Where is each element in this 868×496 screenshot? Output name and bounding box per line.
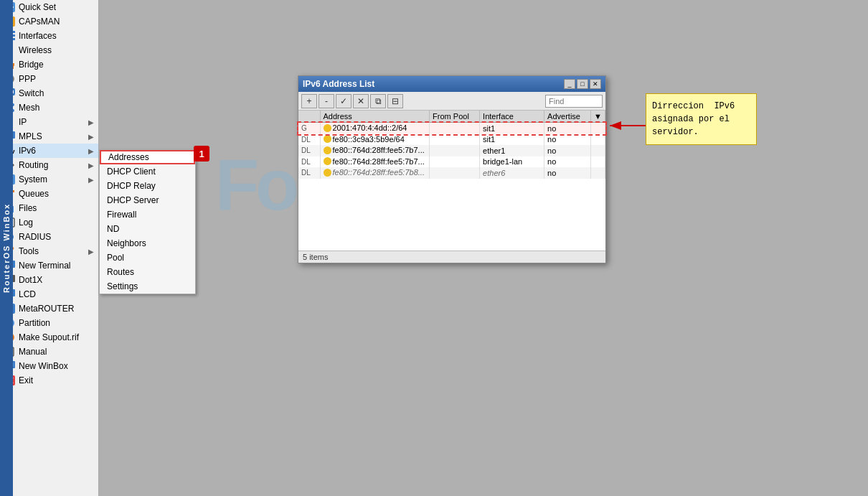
submenu-item-addresses[interactable]: Addresses bbox=[100, 150, 195, 164]
submenu-item-dhcp-server[interactable]: DHCP Server bbox=[100, 193, 195, 207]
sidebar-item-ipv6[interactable]: IPv6 IPv6 ▶ bbox=[0, 144, 98, 158]
cell-address: fe80::764d:28ff:fee5:7b7... bbox=[320, 145, 430, 156]
table-row[interactable]: DL fe80::3c9a3:5b9e/64 sit1 no bbox=[298, 134, 605, 146]
cell-interface: ether6 bbox=[480, 167, 544, 179]
submenu-item-pool[interactable]: Pool bbox=[100, 251, 195, 265]
sidebar-item-label: Queues bbox=[19, 189, 49, 199]
close-button[interactable]: ✕ bbox=[590, 79, 601, 89]
cell-advertise: no bbox=[544, 156, 591, 168]
cell-from-pool bbox=[430, 145, 480, 156]
sidebar-item-label: LCD bbox=[19, 289, 36, 299]
sidebar-item-mpls[interactable]: MPLS ▶ bbox=[0, 129, 98, 144]
arrow-icon: ▶ bbox=[88, 176, 94, 184]
status-bar: 5 items bbox=[298, 251, 605, 263]
window-titlebar: IPv6 Address List _ □ ✕ bbox=[298, 76, 605, 92]
sidebar-item-label: New Terminal bbox=[19, 261, 70, 271]
sidebar-item-new-terminal[interactable]: >_ New Terminal bbox=[0, 258, 98, 273]
sidebar-item-ppp[interactable]: PPP bbox=[0, 72, 98, 86]
cell-extra bbox=[591, 123, 605, 134]
submenu-item-dhcp-client[interactable]: DHCP Client bbox=[100, 164, 195, 179]
sidebar-label: RouterOS WinBox bbox=[0, 0, 13, 496]
submenu-item-dhcp-relay[interactable]: DHCP Relay bbox=[100, 179, 195, 193]
arrow-icon: ▶ bbox=[88, 118, 94, 126]
sidebar-item-label: Switch bbox=[19, 88, 44, 98]
submenu-item-neighbors[interactable]: Neighbors bbox=[100, 236, 195, 251]
cell-flags: DL bbox=[298, 134, 320, 146]
sidebar-item-label: Partition bbox=[19, 318, 50, 328]
sidebar-item-quick-set[interactable]: Quick Set bbox=[0, 0, 98, 14]
sidebar-item-queues[interactable]: Queues bbox=[0, 187, 98, 201]
filter-button[interactable]: ⊟ bbox=[387, 94, 403, 108]
tooltip-text: Dirreccion IPv6 asignada por el servidor… bbox=[652, 101, 735, 137]
remove-button[interactable]: - bbox=[319, 94, 334, 108]
sidebar-item-wireless[interactable]: Wireless bbox=[0, 43, 98, 57]
table-row[interactable]: DL fe80::764d:28ff:fee5:7b7... ether1 no bbox=[298, 145, 605, 156]
sidebar-item-manual[interactable]: Manual bbox=[0, 345, 98, 359]
sidebar-item-switch[interactable]: Switch bbox=[0, 86, 98, 100]
sidebar-item-tools[interactable]: Tools ▶ bbox=[0, 244, 98, 258]
sidebar-item-ip[interactable]: IP IP ▶ bbox=[0, 115, 98, 129]
cell-address: fe80::764d:28ff:fee5:7b8... bbox=[320, 167, 430, 179]
sidebar-item-routing[interactable]: Routing ▶ bbox=[0, 158, 98, 172]
sidebar-item-exit[interactable]: Exit bbox=[0, 373, 98, 388]
sidebar-item-label: Wireless bbox=[19, 45, 52, 55]
find-input[interactable] bbox=[545, 95, 603, 108]
col-advertise[interactable]: Advertise bbox=[544, 111, 591, 123]
sidebar-item-system[interactable]: System ▶ bbox=[0, 172, 98, 187]
sidebar-item-files[interactable]: Files bbox=[0, 201, 98, 215]
submenu-item-firewall[interactable]: Firewall bbox=[100, 207, 195, 222]
sidebar-item-bridge[interactable]: Bridge bbox=[0, 57, 98, 72]
table-container: Address From Pool Interface Advertise ▼ … bbox=[298, 111, 605, 179]
sidebar-item-label: Manual bbox=[19, 347, 47, 357]
add-button[interactable]: + bbox=[301, 94, 317, 108]
cell-from-pool bbox=[430, 156, 480, 168]
cell-from-pool bbox=[430, 123, 480, 134]
cell-extra bbox=[591, 145, 605, 156]
copy-button[interactable]: ⧉ bbox=[370, 94, 386, 108]
submenu-item-routes[interactable]: Routes bbox=[100, 265, 195, 279]
col-interface[interactable]: Interface bbox=[480, 111, 544, 123]
table-header-row: Address From Pool Interface Advertise ▼ bbox=[298, 111, 605, 123]
sidebar-item-interfaces[interactable]: Interfaces bbox=[0, 29, 98, 43]
arrow-icon: ▶ bbox=[88, 133, 94, 141]
cell-advertise: no bbox=[544, 123, 591, 134]
cell-interface: sit1 bbox=[480, 123, 544, 134]
minimize-button[interactable]: _ bbox=[564, 79, 575, 89]
table-row[interactable]: DL fe80::764d:28ff:fee5:7b7... bridge1-l… bbox=[298, 156, 605, 168]
cell-advertise: no bbox=[544, 134, 591, 146]
submenu-item-settings[interactable]: Settings bbox=[100, 279, 195, 294]
sidebar-item-dot1x[interactable]: 1X Dot1X bbox=[0, 273, 98, 287]
sidebar-item-metarouter[interactable]: MetaROUTER bbox=[0, 301, 98, 316]
check-button[interactable]: ✓ bbox=[336, 94, 352, 108]
cell-advertise: no bbox=[544, 145, 591, 156]
sidebar-item-label: IP bbox=[19, 117, 27, 127]
sidebar-item-log[interactable]: Log bbox=[0, 215, 98, 230]
submenu-item-nd[interactable]: ND bbox=[100, 222, 195, 236]
cell-flags: G bbox=[298, 123, 320, 134]
address-table: Address From Pool Interface Advertise ▼ … bbox=[298, 111, 605, 179]
sidebar: Quick Set C CAPsMAN Interfaces Wireless … bbox=[0, 0, 99, 496]
cell-flags: DL bbox=[298, 167, 320, 179]
col-flags[interactable] bbox=[298, 111, 320, 123]
sidebar-item-mesh[interactable]: Mesh bbox=[0, 100, 98, 115]
sidebar-item-capsman[interactable]: C CAPsMAN bbox=[0, 14, 98, 29]
sidebar-item-label: Exit bbox=[19, 375, 33, 385]
sidebar-item-label: System bbox=[19, 174, 47, 184]
col-address[interactable]: Address bbox=[320, 111, 430, 123]
sidebar-item-new-winbox[interactable]: New WinBox bbox=[0, 359, 98, 373]
sidebar-item-lcd[interactable]: LCD bbox=[0, 287, 98, 301]
arrow-icon: ▶ bbox=[88, 147, 94, 155]
maximize-button[interactable]: □ bbox=[577, 79, 588, 89]
col-from-pool[interactable]: From Pool bbox=[430, 111, 480, 123]
sidebar-item-make-supout[interactable]: S Make Supout.rif bbox=[0, 330, 98, 345]
table-row[interactable]: G 2001:470:4:4dd::2/64 sit1 no bbox=[298, 123, 605, 134]
sidebar-item-label: MetaROUTER bbox=[19, 304, 74, 314]
col-expand[interactable]: ▼ bbox=[591, 111, 605, 123]
cell-extra bbox=[591, 134, 605, 146]
sidebar-item-radius[interactable]: R RADIUS bbox=[0, 230, 98, 244]
sidebar-item-label: Routing bbox=[19, 160, 48, 170]
sidebar-item-partition[interactable]: Partition bbox=[0, 316, 98, 330]
cell-address: fe80::3c9a3:5b9e/64 bbox=[320, 134, 430, 146]
table-row[interactable]: DL fe80::764d:28ff:fee5:7b8... ether6 no bbox=[298, 167, 605, 179]
cross-button[interactable]: ✕ bbox=[353, 94, 369, 108]
